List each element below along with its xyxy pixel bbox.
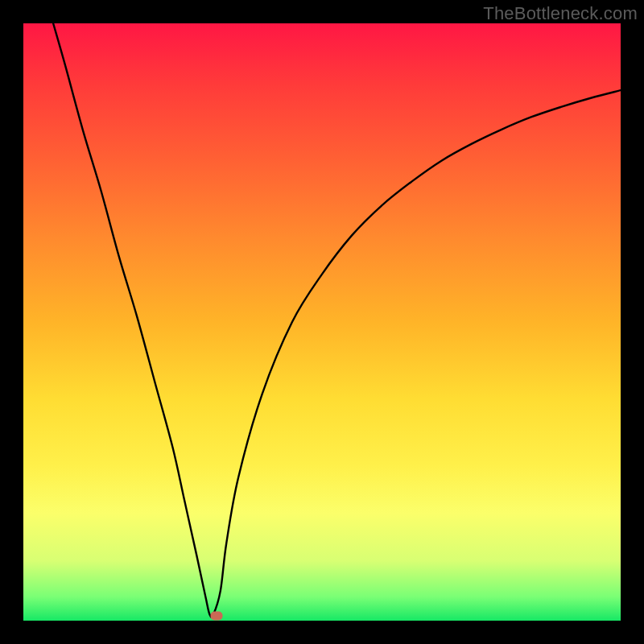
bottleneck-curve — [23, 23, 621, 621]
watermark-text: TheBottleneck.com — [483, 3, 638, 24]
plot-area — [23, 23, 621, 621]
min-marker-dot — [210, 612, 222, 621]
